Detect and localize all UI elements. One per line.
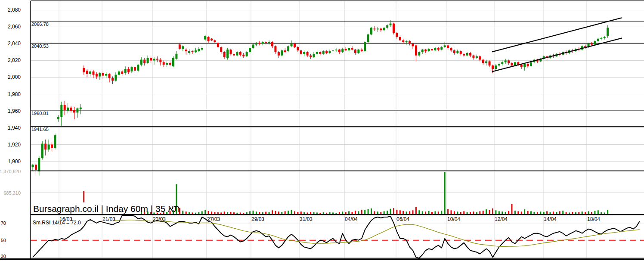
volume-bar (361, 210, 362, 214)
date-axis-label: 21/03 (102, 216, 115, 222)
candle-body (341, 49, 344, 52)
candle-body (319, 52, 321, 54)
candle-body (111, 78, 114, 81)
candle-body (479, 56, 481, 60)
candle-body (357, 50, 359, 53)
candle-body (131, 67, 133, 71)
volume-bar (601, 212, 602, 214)
candle-body (424, 50, 427, 51)
candle-body (505, 60, 507, 62)
candle-body (597, 39, 599, 41)
candle-body (211, 39, 213, 40)
volume-bar (588, 211, 589, 214)
volume-bar (326, 213, 327, 214)
date-axis-label: 06/04 (396, 216, 409, 222)
volume-bar (227, 212, 228, 214)
volume-bar (300, 211, 302, 214)
candle-body (265, 42, 267, 43)
volume-bar (454, 211, 455, 214)
volume-bar (460, 212, 461, 214)
volume-bar (524, 209, 525, 214)
candle-body (485, 61, 487, 63)
volume-bar (371, 208, 372, 214)
volume-bar (495, 210, 496, 214)
candle-body (73, 110, 75, 113)
volume-bar (364, 210, 365, 214)
volume-bar (182, 211, 183, 214)
rsi-smoothed-line (113, 220, 640, 247)
volume-bar (428, 211, 430, 214)
volume-bar (335, 213, 337, 214)
price-axis-label: 1,900 (8, 158, 21, 165)
candle-body (393, 24, 395, 33)
candle-body (274, 46, 276, 52)
candle-body (607, 28, 609, 36)
candle-body (498, 64, 500, 65)
volume-bar (189, 212, 190, 214)
volume-bar (415, 207, 417, 214)
volume-bar (533, 212, 535, 214)
volume-bar (252, 211, 254, 214)
candle-body (287, 46, 289, 51)
candle-body (96, 74, 98, 77)
candle-body (76, 109, 78, 113)
candle-body (60, 105, 62, 117)
candle-body (600, 38, 602, 39)
volume-bar (352, 212, 353, 214)
volume-bar (594, 211, 595, 214)
price-level-label: 2066.78 (31, 22, 49, 27)
candle-body (105, 74, 107, 76)
watermark-title: Bursagraph.co.il | Inday 60m | 35 תא (33, 204, 180, 214)
candle-body (450, 48, 452, 50)
date-axis-label: 04/04 (345, 216, 358, 222)
volume-bar (192, 212, 193, 214)
volume-bar (402, 211, 404, 214)
candle-body (469, 53, 471, 56)
price-axis-label: 1,920 (8, 142, 21, 148)
volume-bar (288, 211, 289, 214)
volume-bar (377, 211, 378, 214)
candle-body (35, 165, 37, 170)
volume-bar (425, 211, 426, 214)
price-level-lines-layer: 2066.782040.531960.811941.65 (31, 21, 644, 132)
candle-body (508, 60, 510, 63)
rsi-axis-label: 30 (1, 254, 6, 259)
volume-bar (246, 212, 248, 214)
candle-body (140, 60, 142, 65)
candle-body (175, 54, 177, 59)
candle-body (217, 43, 219, 47)
volume-bar (463, 211, 464, 214)
candle-body (489, 61, 491, 65)
candle-body (396, 33, 398, 37)
volume-bar (214, 212, 215, 214)
candle-body (185, 50, 187, 51)
volume-bar (569, 212, 570, 214)
price-level-label: 1960.81 (31, 111, 49, 116)
volume-bar (492, 208, 493, 214)
candle-body (591, 44, 593, 44)
candle-body (523, 64, 526, 67)
candle-body (291, 44, 293, 46)
candle-body (294, 44, 296, 47)
candle-body (348, 48, 350, 50)
volume-bar (348, 211, 350, 214)
volume-bar (476, 212, 477, 214)
volume-bar (380, 212, 381, 214)
candle-body (527, 64, 529, 66)
candle-body (514, 62, 516, 65)
volume-bar (262, 212, 263, 214)
volume-bar (236, 213, 238, 214)
candle-body (520, 65, 523, 67)
candle-body (297, 47, 299, 50)
candle-body (466, 53, 468, 56)
volume-bar (598, 210, 599, 214)
candle-body (380, 28, 382, 30)
volume-bar (186, 211, 187, 214)
volume-bar (256, 211, 257, 214)
price-axis-label: 2,040 (8, 40, 21, 47)
price-level-label: 2040.53 (31, 44, 49, 49)
volume-bar (559, 211, 560, 214)
volume-bar (546, 211, 548, 214)
volume-bar (224, 211, 225, 214)
volume-bar (434, 211, 436, 214)
